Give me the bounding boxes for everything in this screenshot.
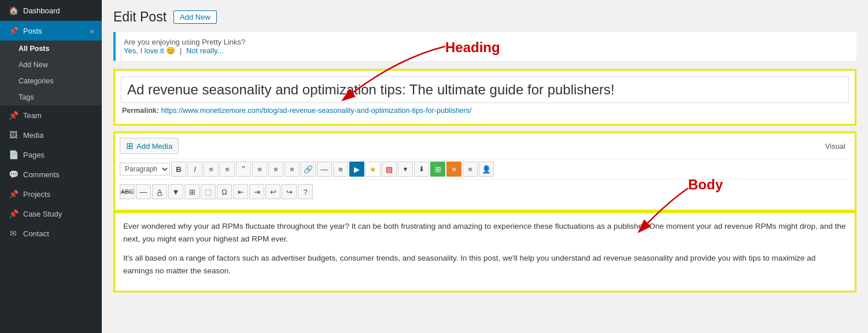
dashboard-icon: 🏠 <box>8 6 19 15</box>
sidebar-item-media[interactable]: 🖼 Media <box>0 125 102 145</box>
help-button[interactable]: ? <box>298 184 313 199</box>
hr-button[interactable]: — <box>136 184 151 199</box>
sidebar-item-dashboard[interactable]: 🏠 Dashboard <box>0 0 102 21</box>
body-paragraph-1: Ever wondered why your ad RPMs fluctuate… <box>123 220 847 245</box>
add-media-icon: ⊞ <box>126 141 134 151</box>
star-button[interactable]: ★ <box>365 162 381 177</box>
align3-button[interactable]: ≡ <box>463 162 478 177</box>
sidebar-sub-all-posts[interactable]: All Posts <box>0 41 102 57</box>
permalink-link[interactable]: https://www.monetizemore.com/blog/ad-rev… <box>161 107 471 115</box>
main-content: Edit Post Add New Are you enjoying using… <box>102 0 868 333</box>
italic-button[interactable]: I <box>187 162 202 177</box>
projects-icon: 📌 <box>8 189 19 199</box>
clear-format-button[interactable]: ⬚ <box>201 184 216 199</box>
posts-submenu: All Posts Add New Categories Tags <box>0 41 102 105</box>
strikethrough-button[interactable]: ABC <box>120 184 135 199</box>
blockquote-button[interactable]: " <box>236 162 251 177</box>
notice-text: Are you enjoying using Pretty Links? <box>124 38 245 46</box>
sidebar: 🏠 Dashboard 📌 Posts ◀ All Posts Add New … <box>0 0 102 333</box>
color-caret-button[interactable]: ▼ <box>168 184 183 199</box>
permalink-row: Permalink: https://www.monetizemore.com/… <box>121 103 849 118</box>
editor-area: ⊞ Add Media Visual Paragraph Heading 1 H… <box>113 131 856 211</box>
redo-button[interactable]: ↪ <box>282 184 297 199</box>
page-title: Edit Post <box>113 9 167 25</box>
undo-button[interactable]: ↩ <box>265 184 280 199</box>
sidebar-sub-add-new[interactable]: Add New <box>0 57 102 73</box>
projects-label: Projects <box>23 190 50 199</box>
toolbar-row-1: Paragraph Heading 1 Heading 2 B I ≡ ≡ " … <box>120 159 850 180</box>
add-media-button[interactable]: ⊞ Add Media <box>120 138 179 154</box>
ol-button[interactable]: ≡ <box>220 162 235 177</box>
pages-label: Pages <box>23 151 45 159</box>
main-inner: Edit Post Add New Are you enjoying using… <box>102 0 868 333</box>
tt-button[interactable]: ⊞ <box>333 162 348 177</box>
font-color-button[interactable]: A <box>152 184 167 199</box>
case-study-label: Case Study <box>23 210 62 218</box>
posts-arrow-icon: ◀ <box>89 28 94 34</box>
notice-bar: Are you enjoying using Pretty Links? Yes… <box>113 32 856 61</box>
paragraph-select[interactable]: Paragraph Heading 1 Heading 2 <box>120 163 170 175</box>
notice-no-link[interactable]: Not really... <box>186 46 224 55</box>
caret-button[interactable]: ▼ <box>398 162 413 177</box>
notice-separator: | <box>180 46 182 55</box>
red-sq-button[interactable]: ▨ <box>382 162 397 177</box>
toolbar-row-2: ABC — A ▼ ⊞ ⬚ Ω ⇤ ⇥ ↩ ↪ ? <box>120 182 850 202</box>
sidebar-item-projects[interactable]: 📌 Projects <box>0 184 102 204</box>
sidebar-item-team[interactable]: 📌 Team <box>0 105 102 125</box>
team-icon: 📌 <box>8 111 19 120</box>
outdent-button[interactable]: ⇤ <box>233 184 248 199</box>
content-wrapper: Edit Post Add New Are you enjoying using… <box>102 0 868 333</box>
sidebar-item-case-study[interactable]: 📌 Case Study <box>0 204 102 224</box>
paste-button[interactable]: ⊞ <box>184 184 200 199</box>
more-button[interactable]: — <box>317 162 332 177</box>
dashboard-label: Dashboard <box>23 6 60 15</box>
indent-button[interactable]: ⇥ <box>249 184 264 199</box>
team-label: Team <box>23 111 42 120</box>
sidebar-sub-tags[interactable]: Tags <box>0 89 102 105</box>
media-label: Media <box>23 131 43 140</box>
align-left-button[interactable]: ≡ <box>252 162 267 177</box>
add-new-button[interactable]: Add New <box>173 10 217 24</box>
pages-icon: 📄 <box>8 150 19 159</box>
special-char-button[interactable]: Ω <box>217 184 232 199</box>
posts-label: Posts <box>23 27 42 35</box>
comments-label: Comments <box>23 170 60 179</box>
posts-icon: 📌 <box>8 26 19 35</box>
contact-label: Contact <box>23 229 49 238</box>
sidebar-item-posts[interactable]: 📌 Posts ◀ <box>0 21 102 41</box>
link-button[interactable]: 🔗 <box>301 162 316 177</box>
align-right-button[interactable]: ≡ <box>285 162 300 177</box>
sidebar-item-contact[interactable]: ✉ Contact <box>0 224 102 243</box>
media-icon: 🖼 <box>8 130 19 140</box>
post-title-form: Permalink: https://www.monetizemore.com/… <box>113 69 856 126</box>
editor-toolbar-top: ⊞ Add Media Visual <box>120 138 850 154</box>
sidebar-sub-categories[interactable]: Categories <box>0 73 102 89</box>
user-button[interactable]: 👤 <box>479 162 494 177</box>
visual-tab[interactable]: Visual <box>821 140 850 152</box>
post-title-input[interactable] <box>121 76 849 103</box>
align-center-button[interactable]: ≡ <box>268 162 283 177</box>
notice-yes-link[interactable]: Yes, I love it 😊 <box>124 46 175 55</box>
comments-icon: 💬 <box>8 170 19 179</box>
bold-button[interactable]: B <box>171 162 186 177</box>
orange-button[interactable]: ≡ <box>446 162 461 177</box>
page-title-row: Edit Post Add New <box>113 9 856 25</box>
editor-body[interactable]: Ever wondered why your ad RPMs fluctuate… <box>113 211 856 292</box>
body-paragraph-2: It's all based on a range of factors suc… <box>123 252 847 277</box>
custom-blue-button[interactable]: ▶ <box>349 162 364 177</box>
green-button[interactable]: ⊞ <box>430 162 445 177</box>
add-media-label: Add Media <box>136 142 172 151</box>
contact-icon: ✉ <box>8 229 19 238</box>
move-button[interactable]: ⬇ <box>414 162 429 177</box>
case-study-icon: 📌 <box>8 209 19 218</box>
ul-button[interactable]: ≡ <box>204 162 219 177</box>
sidebar-item-comments[interactable]: 💬 Comments <box>0 164 102 184</box>
sidebar-item-pages[interactable]: 📄 Pages <box>0 145 102 164</box>
